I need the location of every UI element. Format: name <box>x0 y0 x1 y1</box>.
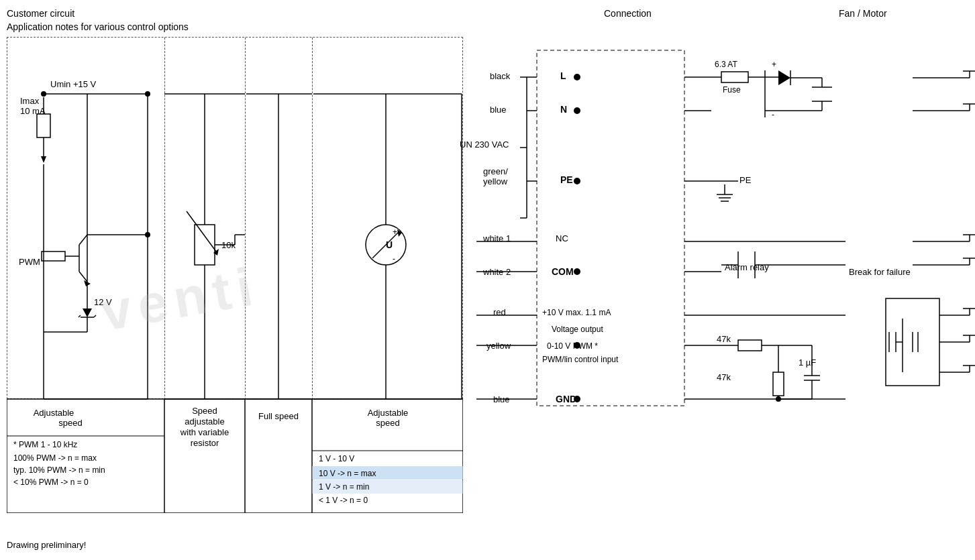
svg-marker-35 <box>213 249 219 256</box>
svg-point-86 <box>145 91 150 97</box>
svg-text:Break for failure: Break for failure <box>849 267 911 277</box>
svg-text:Alarm relay: Alarm relay <box>725 262 769 272</box>
svg-rect-4 <box>37 114 50 137</box>
svg-marker-7 <box>41 156 46 163</box>
svg-text:47k: 47k <box>717 372 731 382</box>
svg-text:Adjustable: Adjustable <box>368 408 409 418</box>
svg-text:47k: 47k <box>717 334 731 344</box>
svg-text:green/: green/ <box>483 166 508 176</box>
page-subtitle: Application notes for various control op… <box>7 21 189 32</box>
page-title: Customer circuit <box>7 8 74 19</box>
svg-text:COM: COM <box>552 266 574 277</box>
svg-text:+10 V max. 1.1 mA: +10 V max. 1.1 mA <box>542 308 611 317</box>
customer-circuit: Umin +15 V Imax 10 mA PWM 12 V <box>7 37 463 513</box>
svg-text:adjustable: adjustable <box>185 416 224 427</box>
connection-diagram-svg: UN 230 VAC black blue green/ yellow whit… <box>456 37 859 439</box>
svg-text:Imax: Imax <box>20 96 40 106</box>
svg-line-23 <box>94 315 96 317</box>
svg-line-22 <box>79 315 81 317</box>
svg-rect-11 <box>42 251 65 261</box>
svg-rect-167 <box>738 340 762 351</box>
svg-text:6.3 AT: 6.3 AT <box>715 60 737 69</box>
svg-text:with variable: with variable <box>180 427 229 437</box>
svg-text:Fuse: Fuse <box>723 85 741 95</box>
svg-point-116 <box>574 74 580 80</box>
svg-text:Adjustable: Adjustable <box>34 408 74 418</box>
svg-text:< 1 V -> n = 0: < 1 V -> n = 0 <box>319 496 368 505</box>
svg-point-120 <box>574 342 580 349</box>
svg-text:Speed: Speed <box>192 406 217 416</box>
svg-text:PWM/lin control input: PWM/lin control input <box>542 355 619 364</box>
svg-text:L: L <box>560 70 566 81</box>
svg-text:1 V -> n = min: 1 V -> n = min <box>319 482 369 492</box>
svg-point-118 <box>574 178 580 184</box>
svg-text:blue: blue <box>490 105 507 115</box>
svg-text:0-10 V PWM *: 0-10 V PWM * <box>547 341 598 351</box>
svg-text:1 V - 10 V: 1 V - 10 V <box>319 454 354 463</box>
svg-text:10 V -> n = max: 10 V -> n = max <box>319 469 376 478</box>
svg-text:GND: GND <box>556 394 576 404</box>
svg-text:UN 230 VAC: UN 230 VAC <box>460 139 509 150</box>
svg-text:PWM: PWM <box>19 257 40 267</box>
svg-rect-171 <box>773 372 784 396</box>
svg-marker-20 <box>83 309 92 317</box>
svg-text:Full speed: Full speed <box>258 411 299 421</box>
svg-line-34 <box>187 211 216 251</box>
svg-text:resistor: resistor <box>191 438 219 448</box>
svg-text:Voltage output: Voltage output <box>552 325 603 334</box>
svg-text:1 µF: 1 µF <box>799 357 816 368</box>
svg-text:speed: speed <box>58 418 82 428</box>
svg-text:yellow: yellow <box>483 176 508 186</box>
svg-text:+: + <box>772 60 776 69</box>
svg-point-117 <box>574 107 580 114</box>
svg-text:N: N <box>560 104 567 115</box>
svg-text:typ. 10% PWM -> n = min: typ. 10% PWM -> n = min <box>13 465 105 475</box>
svg-text:-: - <box>772 110 774 119</box>
svg-rect-126 <box>721 72 748 82</box>
svg-text:speed: speed <box>376 418 399 428</box>
svg-text:* PWM 1 - 10 kHz: * PWM 1 - 10 kHz <box>13 440 77 449</box>
connection-title: Connection <box>604 8 652 19</box>
svg-line-50 <box>372 231 399 258</box>
svg-point-121 <box>574 396 580 402</box>
svg-text:100% PWM -> n = max: 100% PWM -> n = max <box>13 453 97 463</box>
fan-motor-title: Fan / Motor <box>839 8 887 19</box>
svg-rect-88 <box>537 50 684 406</box>
svg-text:PE: PE <box>739 175 752 185</box>
svg-text:-: - <box>393 254 395 264</box>
svg-point-87 <box>41 91 46 97</box>
svg-text:< 10% PWM -> n = 0: < 10% PWM -> n = 0 <box>13 478 89 487</box>
svg-text:Umin +15 V: Umin +15 V <box>50 79 97 89</box>
drawing-note: Drawing preliminary! <box>7 540 86 550</box>
svg-line-15 <box>79 272 87 282</box>
svg-point-119 <box>574 268 580 275</box>
fan-motor-svg: Break for failure <box>845 37 975 439</box>
svg-line-14 <box>79 235 87 245</box>
svg-text:black: black <box>490 71 511 81</box>
svg-point-85 <box>145 232 150 237</box>
svg-text:NC: NC <box>556 233 568 243</box>
svg-marker-131 <box>778 70 790 85</box>
svg-text:PE: PE <box>560 174 573 185</box>
svg-text:12 V: 12 V <box>94 297 112 307</box>
circuit-diagram-svg: Umin +15 V Imax 10 mA PWM 12 V <box>7 37 463 513</box>
